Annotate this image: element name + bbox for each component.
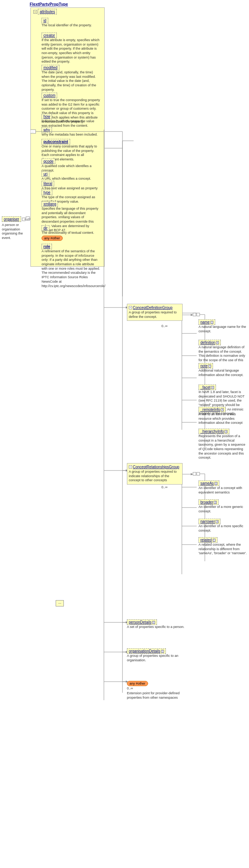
sameas-plus-icon[interactable]: + [214, 482, 217, 485]
page-title: FlextPartyPropType [30, 2, 68, 6]
elem-facet[interactable]: _facet + [199, 385, 216, 390]
elem-narrower-desc: An identifier of a more specific concept… [199, 524, 247, 533]
any-other-bottom-desc: Extension point for provider-defined pro… [127, 691, 186, 700]
attr-how[interactable]: how [42, 114, 52, 119]
main-right-connectors: ··· [30, 126, 142, 719]
svg-rect-62 [197, 313, 200, 316]
organiser-desc: A person or organisation organising the … [2, 223, 28, 240]
main-container: FlextPartyPropType − attributes id The l… [0, 0, 249, 868]
elem-definition[interactable]: definition + [199, 340, 221, 345]
svg-rect-74 [197, 472, 200, 475]
attr-id[interactable]: id [42, 18, 48, 23]
elem-organisationdetails[interactable]: organisationDetails + [127, 648, 166, 654]
persondetails-plus-icon[interactable]: + [152, 621, 155, 624]
attr-creator-desc: If the attribute is empty, specifies whi… [42, 38, 101, 64]
definition-plus-icon[interactable]: + [216, 341, 219, 344]
attr-custom[interactable]: custom [42, 93, 57, 98]
elem-persondetails-desc: A set of properties specific to a person… [127, 625, 186, 629]
elem-broader[interactable]: broader + [199, 499, 219, 505]
elem-note[interactable]: note + [199, 363, 213, 369]
svg-rect-61 [193, 313, 196, 316]
note-plus-icon[interactable]: + [208, 365, 211, 368]
attributes-label[interactable]: attributes [38, 9, 57, 14]
related-plus-icon[interactable]: + [213, 539, 216, 542]
attr-modified[interactable]: modified [42, 65, 59, 70]
hierarchyinfo-plus-icon[interactable]: + [225, 430, 227, 433]
attributes-header[interactable]: − attributes [33, 9, 57, 14]
elem-name[interactable]: name + [199, 319, 215, 325]
name-plus-icon[interactable]: + [210, 321, 213, 324]
narrower-plus-icon[interactable]: + [216, 520, 219, 523]
elem-sameas-desc: An identifier of a concept with equivale… [199, 486, 247, 495]
elem-narrower[interactable]: narrower + [199, 519, 220, 524]
elem-broader-desc: An identifier of a more generic concept. [199, 505, 247, 513]
attr-creator[interactable]: creator [42, 33, 57, 38]
left-connector-box: ··· [56, 600, 64, 606]
elem-hierarchyinfo-desc: Represents the position of a concept in … [199, 434, 247, 460]
attr-id-desc: The local identifier of the property. [42, 23, 101, 28]
elem-related[interactable]: related + [199, 537, 217, 543]
minus-icon[interactable]: − [33, 10, 37, 14]
svg-marker-60 [191, 314, 193, 316]
svg-rect-73 [193, 472, 196, 475]
elem-organisationdetails-desc: A group of properties specific to an org… [127, 654, 186, 662]
organisationdetails-plus-icon[interactable]: + [161, 650, 164, 653]
facet-plus-icon[interactable]: + [211, 386, 214, 389]
elem-sameas[interactable]: sameAs + [199, 480, 219, 486]
svg-marker-72 [191, 473, 193, 475]
elem-persondetails[interactable]: personDetails + [127, 619, 157, 625]
svg-text:···: ··· [31, 130, 34, 134]
elem-related-desc: A related concept, where the relationshi… [199, 543, 247, 556]
elem-remoteinfo-desc: A link to an item or a web resource whic… [199, 412, 247, 425]
elem-hierarchyinfo[interactable]: _hierarchyInfo + [199, 429, 229, 434]
any-other-bottom-range: 0..∞ [127, 686, 133, 690]
elem-remoteinfo[interactable]: _remoteInfo + [199, 407, 226, 412]
remoteinfo-plus-icon[interactable]: + [221, 408, 224, 411]
any-other-bottom-btn[interactable]: any #other [127, 681, 148, 686]
elem-name-desc: A natural language name for the concept. [199, 325, 247, 333]
broader-plus-icon[interactable]: + [214, 501, 217, 504]
attr-modified-desc: The date (and, optionally, the time) whe… [42, 70, 101, 92]
elem-note-desc: Additional natural language information … [199, 369, 247, 377]
